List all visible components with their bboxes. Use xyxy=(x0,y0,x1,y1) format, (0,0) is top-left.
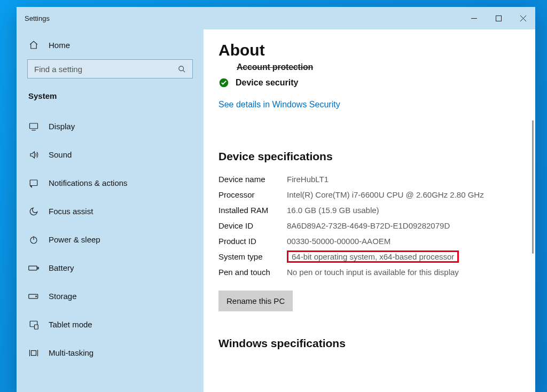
svg-rect-19 xyxy=(32,350,36,355)
storage-icon xyxy=(28,292,39,301)
display-icon xyxy=(28,122,39,131)
spec-product-id: Product ID 00330-50000-00000-AAOEM xyxy=(218,233,520,249)
nav-item-focus-assist[interactable]: Focus assist xyxy=(17,197,204,225)
svg-rect-11 xyxy=(29,266,37,270)
check-icon xyxy=(218,77,229,88)
svg-rect-8 xyxy=(30,180,37,186)
nav-item-notifications[interactable]: Notifications & actions xyxy=(17,169,204,197)
nav-item-label: Focus assist xyxy=(49,207,93,216)
nav-item-sound[interactable]: Sound xyxy=(17,140,204,169)
sidebar: Home System Display xyxy=(17,29,204,392)
spec-value-highlighted: 64-bit operating system, x64-based proce… xyxy=(287,252,520,261)
spec-ram: Installed RAM 16.0 GB (15.9 GB usable) xyxy=(218,202,520,218)
nav-item-display[interactable]: Display xyxy=(17,112,204,140)
rename-pc-button[interactable]: Rename this PC xyxy=(218,291,293,311)
spec-label: Device ID xyxy=(218,221,287,230)
nav-item-label: Multi-tasking xyxy=(49,348,93,357)
power-icon xyxy=(28,235,39,245)
spec-value: Intel(R) Core(TM) i7-6600U CPU @ 2.60GHz… xyxy=(287,190,520,199)
device-specs: Device name FireHubLT1 Processor Intel(R… xyxy=(218,171,520,280)
settings-window: Settings Home xyxy=(17,7,535,392)
spec-system-type: System type 64-bit operating system, x64… xyxy=(218,249,520,264)
window-controls xyxy=(462,7,535,29)
device-spec-heading: Device specifications xyxy=(218,150,520,163)
nav-item-multitasking[interactable]: Multi-tasking xyxy=(17,339,204,367)
nav-item-label: Display xyxy=(49,122,75,131)
nav-item-label: Sound xyxy=(49,150,72,159)
minimize-icon xyxy=(471,15,477,21)
svg-rect-1 xyxy=(496,15,501,21)
content-pane: About Account protection Device security… xyxy=(204,29,535,392)
window-body: Home System Display xyxy=(17,29,535,392)
highlight-box: 64-bit operating system, x64-based proce… xyxy=(287,250,459,263)
spec-label: System type xyxy=(218,252,287,261)
nav-item-storage[interactable]: Storage xyxy=(17,282,204,310)
nav-list: Display Sound Notifications & actions xyxy=(17,112,204,367)
spec-value: 16.0 GB (15.9 GB usable) xyxy=(287,206,520,215)
spec-device-id: Device ID 8A6D89A2-732B-4649-B72D-E1D092… xyxy=(218,218,520,233)
nav-item-power-sleep[interactable]: Power & sleep xyxy=(17,225,204,254)
security-item-device: Device security xyxy=(218,77,520,88)
spec-value: FireHubLT1 xyxy=(287,175,520,184)
page-title: About xyxy=(218,41,520,59)
spec-device-name: Device name FireHubLT1 xyxy=(218,171,520,187)
security-item-clipped: Account protection xyxy=(237,62,520,72)
nav-item-battery[interactable]: Battery xyxy=(17,254,204,282)
home-button[interactable]: Home xyxy=(17,35,204,59)
spec-value: 00330-50000-00000-AAOEM xyxy=(287,237,520,246)
close-icon xyxy=(520,15,526,21)
window-title: Settings xyxy=(17,14,462,22)
spec-label: Pen and touch xyxy=(218,268,287,277)
tablet-icon xyxy=(28,320,39,330)
svg-point-14 xyxy=(36,296,37,297)
sound-icon xyxy=(28,150,39,160)
spec-value: 8A6D89A2-732B-4649-B72D-E1D09282079D xyxy=(287,221,520,230)
spec-label: Processor xyxy=(218,190,287,199)
nav-item-label: Notifications & actions xyxy=(49,178,128,187)
spec-label: Product ID xyxy=(218,237,287,246)
windows-security-link[interactable]: See details in Windows Security xyxy=(218,100,520,109)
focus-assist-icon xyxy=(28,207,39,216)
spec-value: No pen or touch input is available for t… xyxy=(287,268,520,277)
category-label: System xyxy=(17,88,204,112)
nav-item-label: Power & sleep xyxy=(49,235,100,244)
svg-rect-12 xyxy=(37,267,38,269)
windows-spec-heading: Windows specifications xyxy=(218,337,520,350)
notifications-icon xyxy=(28,178,39,188)
maximize-button[interactable] xyxy=(486,7,511,29)
multitasking-icon xyxy=(28,348,39,358)
nav-item-label: Battery xyxy=(49,263,74,272)
svg-line-5 xyxy=(183,70,185,72)
maximize-icon xyxy=(496,15,502,21)
svg-point-4 xyxy=(179,66,184,70)
home-label: Home xyxy=(49,41,70,50)
nav-item-label: Storage xyxy=(49,292,77,301)
spec-processor: Processor Intel(R) Core(TM) i7-6600U CPU… xyxy=(218,187,520,202)
minimize-button[interactable] xyxy=(462,7,486,29)
spec-label: Installed RAM xyxy=(218,206,287,215)
svg-rect-16 xyxy=(35,325,38,329)
close-button[interactable] xyxy=(511,7,535,29)
security-item-label: Device security xyxy=(236,78,298,88)
battery-icon xyxy=(28,263,39,273)
nav-item-label: Tablet mode xyxy=(49,320,92,329)
spec-pen-touch: Pen and touch No pen or touch input is a… xyxy=(218,264,520,280)
search-input[interactable] xyxy=(34,65,178,74)
home-icon xyxy=(28,40,39,50)
spec-label: Device name xyxy=(218,175,287,184)
nav-item-tablet-mode[interactable]: Tablet mode xyxy=(17,310,204,339)
search-icon xyxy=(178,65,186,73)
scrollbar[interactable] xyxy=(532,120,534,254)
search-box[interactable] xyxy=(27,59,193,79)
svg-rect-6 xyxy=(30,123,38,129)
titlebar: Settings xyxy=(17,7,535,29)
